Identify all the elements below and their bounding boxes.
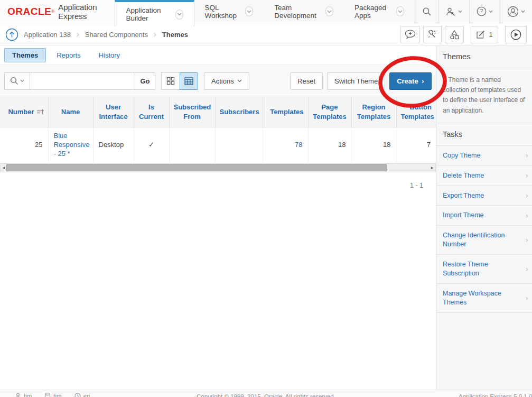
feedback-bubble-icon xyxy=(405,30,416,39)
up-level-button[interactable] xyxy=(5,28,18,41)
nav-tab-application-builder[interactable]: Application Builder xyxy=(115,0,194,26)
task-restore-theme-subscription[interactable]: Restore Theme Subscription› xyxy=(436,255,532,284)
tab-reports[interactable]: Reports xyxy=(49,49,88,62)
chevron-down-icon xyxy=(489,10,493,13)
cell-subscribers xyxy=(215,127,263,163)
column-header-user-interface[interactable]: User Interface xyxy=(93,97,134,127)
tasks-section-header: Tasks xyxy=(436,123,532,146)
column-header-templates[interactable]: Templates xyxy=(263,97,308,127)
column-header-number[interactable]: Number xyxy=(0,97,48,127)
task-label: Manage Workspace Themes xyxy=(443,290,501,306)
tab-history[interactable]: History xyxy=(91,49,127,62)
go-button[interactable]: Go xyxy=(135,72,155,90)
cell-name: Blue Responsive - 25 * xyxy=(48,127,93,163)
global-search-button[interactable] xyxy=(415,0,438,23)
search-group: Go xyxy=(4,72,155,90)
search-input[interactable] xyxy=(30,72,135,90)
chevron-down-icon xyxy=(458,10,462,13)
page-footer: tim tim en Copyright © 1999, 2015, Oracl… xyxy=(0,390,532,397)
nav-tab-packaged-apps[interactable]: Packaged Apps xyxy=(344,0,415,23)
oracle-brand: ORACLE xyxy=(7,6,51,17)
task-manage-workspace-themes[interactable]: Manage Workspace Themes› xyxy=(436,284,532,313)
cell-region-templates: 18 xyxy=(351,127,396,163)
top-nav-bar: ORACLE® Application Express Application … xyxy=(0,0,532,23)
switch-theme-button[interactable]: Switch Theme xyxy=(327,72,385,90)
horizontal-scrollbar[interactable]: ◂ ▸ xyxy=(0,163,436,172)
chevron-down-icon[interactable] xyxy=(245,6,253,16)
nav-tab-sql-workshop[interactable]: SQL Workshop xyxy=(194,0,264,23)
nav-tab-label: Application Builder xyxy=(126,6,171,22)
administration-menu-button[interactable] xyxy=(438,0,469,23)
cell-number: 25 xyxy=(0,127,48,163)
run-application-button[interactable] xyxy=(505,26,527,43)
edit-page-button[interactable]: 1 xyxy=(471,26,498,43)
admin-wrench-icon xyxy=(446,7,456,16)
cell-subscribed-from xyxy=(169,127,215,163)
chevron-down-icon[interactable] xyxy=(396,6,404,16)
breadcrumb-shared-components[interactable]: Shared Components xyxy=(85,31,148,39)
breadcrumb-separator: › xyxy=(76,29,80,40)
task-delete-theme[interactable]: Delete Theme› xyxy=(436,166,532,186)
create-button[interactable]: Create› xyxy=(389,72,432,90)
registered-mark: ® xyxy=(51,9,54,14)
tab-themes[interactable]: Themes xyxy=(4,48,46,62)
product-name: Application Express xyxy=(58,3,101,21)
column-header-button-templates[interactable]: Button Templates xyxy=(396,97,436,127)
column-header-name[interactable]: Name xyxy=(48,97,93,127)
column-label: Number xyxy=(8,107,34,117)
nav-tab-team-development[interactable]: Team Development xyxy=(264,0,344,23)
search-icon xyxy=(422,7,432,16)
column-header-subscribed-from[interactable]: Subscribed From xyxy=(169,97,215,127)
task-label: Import Theme xyxy=(443,211,484,219)
feedback-button[interactable] xyxy=(400,26,420,43)
chevron-down-icon[interactable] xyxy=(325,6,333,16)
reset-button[interactable]: Reset xyxy=(290,72,323,90)
about-section-header: Themes xyxy=(436,45,532,68)
chevron-right-icon: › xyxy=(525,211,528,221)
help-menu-button[interactable]: ? xyxy=(469,0,500,23)
breadcrumb-current-page: Themes xyxy=(162,31,188,39)
footer-copyright: Copyright © 1999, 2015, Oracle. All righ… xyxy=(0,393,532,397)
theme-roller-button[interactable] xyxy=(423,26,442,43)
nav-tab-label: SQL Workshop xyxy=(205,4,241,20)
shared-components-button[interactable] xyxy=(445,26,464,43)
account-menu-button[interactable] xyxy=(500,0,532,23)
play-icon xyxy=(510,29,521,40)
nav-tab-label: Packaged Apps xyxy=(354,4,392,20)
column-header-region-templates[interactable]: Region Templates xyxy=(351,97,396,127)
scrollbar-thumb[interactable] xyxy=(6,164,387,171)
table-row: 25 Blue Responsive - 25 * Desktop ✓ 78 1… xyxy=(0,127,436,163)
report-view-icon xyxy=(184,77,193,85)
user-avatar-icon xyxy=(507,6,519,17)
chevron-right-icon: › xyxy=(525,264,528,274)
main-content: Themes Reports History Go xyxy=(0,45,436,390)
icon-view-button[interactable] xyxy=(161,72,180,90)
actions-label: Actions xyxy=(211,77,234,85)
pagination-label: 1 - 1 xyxy=(0,172,436,189)
create-label: Create xyxy=(397,77,418,85)
breadcrumb-application[interactable]: Application 138 xyxy=(24,31,71,39)
theme-name-link[interactable]: Blue Responsive - 25 * xyxy=(54,132,90,158)
chevron-right-icon: › xyxy=(525,191,528,201)
templates-count-link[interactable]: 78 xyxy=(295,141,302,149)
task-change-identification-number[interactable]: Change Identification Number› xyxy=(436,226,532,255)
top-utility-icons: ? xyxy=(415,0,532,23)
actions-menu-button[interactable]: Actions xyxy=(204,72,249,90)
column-header-page-templates[interactable]: Page Templates xyxy=(308,97,351,127)
column-header-is-current[interactable]: Is Current xyxy=(134,97,169,127)
edit-page-number: 1 xyxy=(489,31,492,39)
column-header-subscribers[interactable]: Subscribers xyxy=(215,97,263,127)
region-tab-bar: Themes Reports History xyxy=(0,45,436,65)
search-column-selector[interactable] xyxy=(4,72,30,90)
task-copy-theme[interactable]: Copy Theme› xyxy=(436,146,532,166)
flashlight-icon xyxy=(427,30,437,40)
chevron-down-icon xyxy=(237,79,242,82)
oracle-apex-logo: ORACLE® Application Express xyxy=(0,0,115,23)
task-import-theme[interactable]: Import Theme› xyxy=(436,206,532,226)
scroll-right-arrow-icon[interactable]: ▸ xyxy=(429,164,435,172)
task-export-theme[interactable]: Export Theme› xyxy=(436,186,532,206)
chevron-down-icon[interactable] xyxy=(175,10,183,20)
about-description: A Theme is a named collection of templat… xyxy=(443,75,526,116)
report-view-button[interactable] xyxy=(180,72,198,90)
table-header-row: Number Name User Interface Is Current Su… xyxy=(0,97,436,127)
